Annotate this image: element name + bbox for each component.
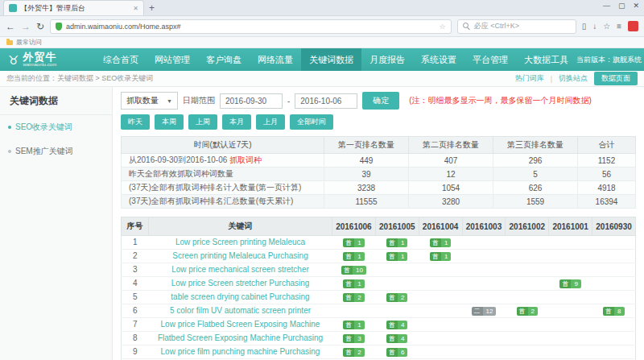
chevron-down-icon: ▼	[167, 98, 172, 104]
rank-cell: 首2	[332, 346, 376, 359]
keyword-cell: 5 color film UV automatic screen printer	[149, 304, 332, 318]
nav-item-网站管理[interactable]: 网站管理	[147, 48, 198, 71]
rank-cell	[549, 346, 592, 359]
keyword-link[interactable]: 5 color film UV automatic screen printer	[170, 306, 311, 315]
rank-cell: 首3	[332, 332, 376, 346]
rank-badge: 首1	[386, 238, 407, 247]
summary-row: 昨天全部有效抓取词种词数量3912556	[122, 168, 636, 181]
keyword-link[interactable]: Low price Screen printing Melaleuca	[175, 238, 305, 246]
nav-item-平台管理[interactable]: 平台管理	[464, 48, 516, 71]
keyword-link[interactable]: Screen printing Melaleuca Purchasing	[172, 251, 308, 260]
bookmark-star-icon[interactable]: ☆	[440, 23, 446, 31]
quick-range-button[interactable]: 上月	[256, 114, 285, 130]
rank-cell	[506, 263, 549, 277]
date-range-label: 日期范围	[183, 95, 215, 106]
star-icon[interactable]: ☆	[603, 22, 610, 31]
summary-label-text: 昨天全部有效抓取词种词数量	[129, 169, 233, 178]
menu-icon[interactable]: ≡	[617, 22, 621, 31]
rank-badge: 首2	[386, 293, 407, 302]
nav-item-综合首页[interactable]: 综合首页	[95, 48, 147, 71]
rank-cell	[549, 291, 592, 304]
main-panel: 抓取数量 ▼ 日期范围 2016-09-30 - 2016-10-06 确定 (…	[113, 87, 644, 360]
nav-item-客户询盘[interactable]: 客户询盘	[198, 48, 250, 71]
bookmarks-label[interactable]: 最常访问	[16, 38, 42, 47]
keyword-cell: Low price Screen printing Melaleuca	[149, 236, 332, 250]
rank-cell	[592, 346, 636, 359]
back-icon[interactable]: ←	[6, 22, 15, 31]
fetch-count-select[interactable]: 抓取数量 ▼	[121, 92, 178, 110]
summary-label-text: (37天)全部有抓取词种排名汇总数量(每天累计)	[129, 197, 293, 205]
rank-cell	[506, 236, 549, 250]
app-logo[interactable]: ♉ 外贸牛 waimaoniu.com	[0, 52, 95, 68]
rank-cell: 首2	[375, 291, 419, 304]
keyword-cell: table screen drying cabinet Purchasing	[149, 291, 332, 304]
summary-value-cell: 5	[493, 168, 578, 181]
quick-range-button[interactable]: 昨天	[121, 114, 150, 130]
sidebar-item[interactable]: SEM推广关键词	[0, 139, 112, 163]
keyword-link[interactable]: Low price mechanical screen stretcher	[171, 265, 309, 274]
window-close-button[interactable]: ✕	[633, 2, 639, 10]
quick-range-button[interactable]: 本周	[155, 114, 184, 130]
date-to-input[interactable]: 2016-10-06	[295, 93, 357, 109]
rank-badge: 首2	[343, 293, 364, 302]
mobile-icon[interactable]: ▯	[582, 22, 587, 31]
rank-page-label: 首	[341, 266, 353, 275]
refresh-icon[interactable]: ↻	[36, 22, 44, 31]
keyword-link[interactable]: Low price Screen stretcher Purchasing	[171, 279, 310, 288]
rank-cell	[462, 346, 506, 359]
summary-value-cell: 39	[324, 168, 409, 181]
window-maximize-button[interactable]: ▢	[618, 2, 625, 10]
rank-badge: 首8	[603, 307, 624, 316]
summary-value-cell: 449	[324, 154, 409, 168]
quick-range-button[interactable]: 全部时间	[290, 114, 333, 130]
rank-number: 1	[441, 252, 451, 261]
download-icon[interactable]: ↓	[592, 22, 597, 31]
confirm-button[interactable]: 确定	[362, 92, 399, 110]
keyword-link[interactable]: Low price film punching machine Purchasi…	[161, 347, 320, 356]
search-box[interactable]: 必应 <Ctrl+K>	[457, 19, 576, 34]
summary-header-row: 时间(默认近7天) 第一页排名数量 第二页排名数量 第三页排名数量 合计	[122, 137, 636, 154]
keyword-link[interactable]: Low price Flatbed Screen Exposing Machin…	[161, 320, 320, 329]
new-tab-button[interactable]: +	[149, 2, 155, 14]
forward-icon[interactable]: →	[21, 22, 31, 31]
quick-range-button[interactable]: 上周	[188, 114, 217, 130]
rank-number: 2	[398, 293, 407, 302]
sidebar-item[interactable]: SEO收录关键词	[0, 115, 112, 139]
address-bar[interactable]: admin.waimaoniu.com/Home.aspx# ☆	[50, 19, 452, 34]
switch-site-link[interactable]: 切换站点	[559, 73, 588, 84]
tab-close-icon[interactable]: ✕	[133, 5, 138, 12]
nav-item-大数据工具[interactable]: 大数据工具	[516, 48, 576, 71]
window-minimize-button[interactable]: —	[603, 2, 610, 10]
rank-page-label: 首	[386, 348, 398, 357]
rank-cell	[506, 318, 549, 332]
summary-value-cell: 56	[578, 168, 636, 181]
keyword-link[interactable]: Flatbed Screen Exposing Machine Purchasi…	[158, 333, 323, 342]
data-page-button[interactable]: 数据页面	[594, 72, 638, 85]
tab-title: 【外贸牛】管理后台	[20, 3, 130, 14]
rank-cell	[592, 250, 636, 263]
quick-range-button[interactable]: 本月	[222, 114, 251, 130]
rank-page-label: 首	[343, 252, 354, 261]
browser-tab[interactable]: 【外贸牛】管理后台 ✕	[3, 0, 144, 15]
summary-col-header: 第三页排名数量	[493, 137, 578, 154]
rank-cell	[549, 304, 592, 318]
nav-item-关键词数据[interactable]: 关键词数据	[301, 48, 361, 71]
date-from-input[interactable]: 2016-09-30	[220, 93, 283, 109]
summary-value-cell: 3280	[409, 195, 493, 209]
notification-icon[interactable]	[628, 21, 638, 31]
row-number: 5	[122, 291, 149, 304]
browser-toolbar: ← → ↻ admin.waimaoniu.com/Home.aspx# ☆ 必…	[0, 16, 644, 37]
logo-subtitle: waimaoniu.com	[23, 62, 56, 68]
summary-value-cell: 3238	[324, 181, 409, 195]
nav-item-系统设置[interactable]: 系统设置	[413, 48, 464, 71]
keyword-cell: Low price film punching machine Purchasi…	[149, 346, 332, 359]
keyword-link[interactable]: table screen drying cabinet Purchasing	[171, 292, 309, 301]
kw-col-header: 20161002	[506, 217, 549, 236]
hot-words-link[interactable]: 热门词库	[515, 73, 544, 84]
nav-item-网络流量[interactable]: 网络流量	[250, 48, 301, 71]
rank-page-label: 首	[517, 307, 528, 316]
rank-cell	[592, 277, 636, 291]
rank-badge: 首1	[343, 238, 364, 247]
rank-cell	[506, 332, 549, 346]
nav-item-月度报告[interactable]: 月度报告	[361, 48, 413, 71]
